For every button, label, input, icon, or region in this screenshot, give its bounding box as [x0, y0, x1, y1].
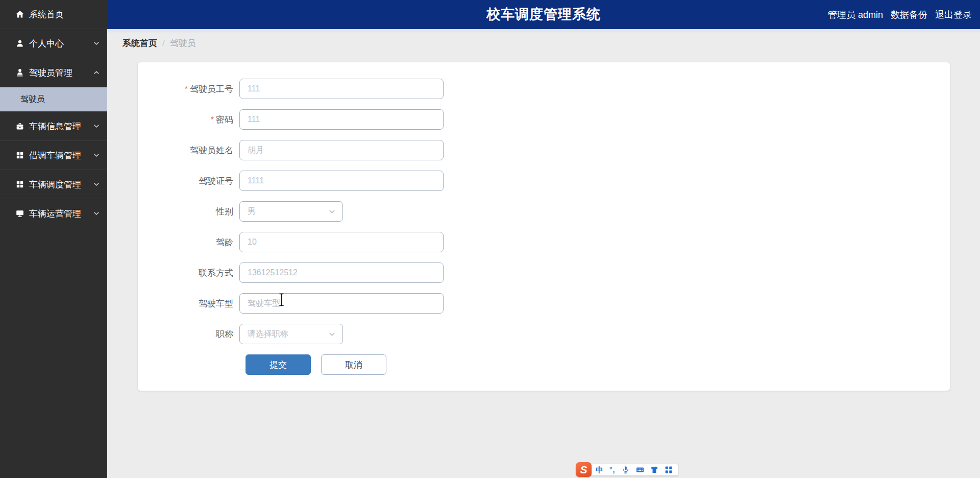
form-row-6: 联系方式 — [138, 262, 950, 283]
current-user-label[interactable]: 管理员 admin — [828, 9, 883, 21]
field-label: 驾驶证号 — [138, 175, 239, 187]
form-row-7: 驾驶车型 — [138, 293, 950, 314]
top-header: 校车调度管理系统 管理员 admin 数据备份 退出登录 — [107, 0, 980, 29]
form-buttons: 提交 取消 — [246, 354, 950, 375]
breadcrumb: 系统首页 / 驾驶员 — [122, 37, 196, 49]
form-row-5: 驾龄 — [138, 232, 950, 252]
select-value: 请选择职称 — [248, 329, 288, 340]
sidebar-item-label: 车辆运营管理 — [29, 208, 81, 220]
content-area: 系统首页 / 驾驶员 *驾驶员工号*密码驾驶员姓名驾驶证号性别男驾龄联系方式驾驶… — [107, 29, 980, 478]
ime-bar: 中°, — [589, 464, 678, 476]
driver-form-panel: *驾驶员工号*密码驾驶员姓名驾驶证号性别男驾龄联系方式驾驶车型职称请选择职称 提… — [138, 62, 950, 391]
cancel-button[interactable]: 取消 — [321, 354, 386, 375]
breadcrumb-home[interactable]: 系统首页 — [122, 37, 157, 49]
submit-button[interactable]: 提交 — [246, 354, 311, 375]
chevron-down-icon — [93, 123, 100, 130]
chinese-mode-icon[interactable]: 中 — [596, 466, 603, 473]
密码-input[interactable] — [239, 109, 444, 130]
ime-toolbar: S 中°, — [576, 462, 678, 477]
toolbox-icon[interactable] — [665, 466, 673, 474]
field-label: 联系方式 — [138, 267, 239, 279]
microphone-icon[interactable] — [622, 466, 630, 474]
breadcrumb-separator: / — [162, 38, 165, 49]
field-label: 驾驶员姓名 — [138, 145, 239, 156]
sidebar-item-4[interactable]: 借调车辆管理 — [0, 141, 107, 170]
field-label: *驾驶员工号 — [138, 83, 239, 95]
sidebar-item-6[interactable]: 车辆运营管理 — [0, 199, 107, 228]
grid-icon — [15, 151, 24, 160]
header-actions: 管理员 admin 数据备份 退出登录 — [828, 0, 972, 29]
punctuation-icon[interactable]: °, — [609, 466, 616, 473]
sidebar-item-label: 借调车辆管理 — [29, 150, 81, 161]
chevron-down-icon — [328, 330, 336, 338]
sidebar-subitem-驾驶员[interactable]: 驾驶员 — [0, 87, 107, 112]
data-backup-link[interactable]: 数据备份 — [891, 9, 927, 21]
驾驶员姓名-input[interactable] — [239, 140, 444, 160]
sidebar-item-1[interactable]: 个人中心 — [0, 29, 107, 58]
breadcrumb-current: 驾驶员 — [170, 37, 196, 49]
sidebar-item-5[interactable]: 车辆调度管理 — [0, 170, 107, 199]
sogou-logo[interactable]: S — [576, 462, 592, 477]
grid-icon — [15, 180, 24, 189]
required-asterisk: * — [185, 85, 188, 93]
form-rows: *驾驶员工号*密码驾驶员姓名驾驶证号性别男驾龄联系方式驾驶车型职称请选择职称 — [138, 79, 950, 344]
sidebar: 系统首页个人中心驾驶员管理驾驶员车辆信息管理借调车辆管理车辆调度管理车辆运营管理 — [0, 0, 107, 478]
briefcase-icon — [15, 122, 24, 131]
form-row-2: 驾驶员姓名 — [138, 140, 950, 160]
chevron-down-icon — [93, 210, 100, 217]
驾驶车型-input[interactable] — [239, 293, 444, 314]
field-label: 驾驶车型 — [138, 298, 239, 309]
soft-keyboard-icon[interactable] — [636, 466, 644, 474]
form-row-0: *驾驶员工号 — [138, 79, 950, 99]
驾驶证号-input[interactable] — [239, 171, 444, 191]
required-asterisk: * — [211, 115, 214, 124]
sidebar-item-label: 车辆信息管理 — [29, 121, 81, 132]
field-label: 职称 — [138, 328, 239, 340]
app-root: 系统首页个人中心驾驶员管理驾驶员车辆信息管理借调车辆管理车辆调度管理车辆运营管理… — [0, 0, 980, 478]
sidebar-item-label: 系统首页 — [29, 9, 64, 20]
form-row-3: 驾驶证号 — [138, 171, 950, 191]
form-row-4: 性别男 — [138, 201, 950, 222]
chevron-down-icon — [93, 152, 100, 159]
user-icon — [15, 39, 24, 48]
chevron-down-icon — [93, 40, 100, 47]
职称-select[interactable]: 请选择职称 — [239, 324, 343, 344]
form-row-8: 职称请选择职称 — [138, 324, 950, 344]
驾龄-input[interactable] — [239, 232, 444, 252]
logout-link[interactable]: 退出登录 — [935, 9, 972, 21]
驾驶员工号-input[interactable] — [239, 79, 444, 99]
home-icon — [15, 10, 24, 19]
field-label: 性别 — [138, 206, 239, 218]
sidebar-item-label: 驾驶员管理 — [29, 67, 72, 79]
field-label: 驾龄 — [138, 236, 239, 248]
联系方式-input[interactable] — [239, 262, 444, 283]
sidebar-item-3[interactable]: 车辆信息管理 — [0, 112, 107, 141]
form-row-1: *密码 — [138, 109, 950, 130]
chevron-down-icon — [93, 181, 100, 188]
driver-icon — [15, 68, 24, 77]
sidebar-item-label: 车辆调度管理 — [29, 179, 81, 190]
sidebar-item-label: 个人中心 — [29, 38, 64, 50]
field-label: *密码 — [138, 114, 239, 126]
skin-icon[interactable] — [650, 466, 658, 474]
select-value: 男 — [248, 206, 256, 217]
sidebar-item-0[interactable]: 系统首页 — [0, 0, 107, 29]
sidebar-item-2[interactable]: 驾驶员管理 — [0, 58, 107, 87]
性别-select[interactable]: 男 — [239, 201, 343, 222]
monitor-icon — [15, 209, 24, 218]
chevron-up-icon — [93, 69, 100, 76]
chevron-down-icon — [328, 208, 336, 216]
